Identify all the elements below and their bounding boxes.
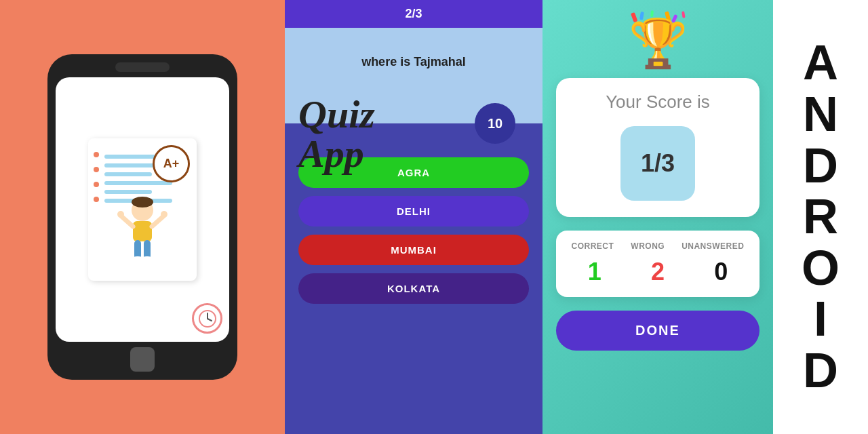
score-value-bubble: 1/3 [620, 126, 695, 201]
android-letter-i: I [814, 294, 827, 345]
svg-point-5 [117, 211, 124, 218]
android-letter-r: R [803, 191, 838, 243]
quiz-answers: AGRA DELHI MUMBAI KOLKATA [285, 123, 542, 317]
answer-kolkata[interactable]: KOLKATA [298, 273, 529, 304]
phone-home-button [130, 347, 155, 372]
phone-notch [115, 62, 170, 72]
right-panel: 🏆 Your Score is 1/3 CORRECT WRONG UNANSW… [542, 0, 773, 434]
left-panel: A+ [0, 0, 285, 434]
answer-delhi[interactable]: DELHI [298, 196, 529, 226]
answer-agra[interactable]: AGRA [298, 157, 529, 188]
trophy-area: 🏆 [624, 10, 692, 71]
unanswered-value: 0 [714, 258, 728, 286]
wrong-value: 2 [651, 258, 665, 286]
svg-rect-7 [134, 240, 141, 259]
android-letter-d: D [803, 140, 838, 192]
answer-mumbai[interactable]: MUMBAI [298, 235, 529, 265]
done-button[interactable]: DONE [556, 311, 760, 351]
paper-line [104, 172, 152, 176]
unanswered-label: UNANSWERED [682, 241, 744, 251]
stats-card: CORRECT WRONG UNANSWERED 1 2 0 [556, 231, 760, 297]
character-illustration [115, 197, 170, 274]
stats-header: CORRECT WRONG UNANSWERED [563, 241, 753, 251]
quiz-question-text: where is Tajmahal [361, 55, 466, 68]
phone-screen: A+ [56, 77, 229, 342]
svg-point-6 [161, 211, 167, 218]
clock-illustration [192, 303, 222, 334]
paper-hole-1 [94, 152, 99, 157]
score-card: Your Score is 1/3 [556, 78, 760, 217]
quiz-progress: 2/3 [405, 7, 422, 20]
paper-line [104, 181, 172, 185]
paper-hole-3 [94, 182, 99, 187]
svg-line-4 [152, 216, 164, 226]
stats-values: 1 2 0 [563, 258, 753, 286]
paper-hole-4 [94, 197, 99, 202]
grade-circle: A+ [153, 145, 190, 182]
android-letter-a: A [803, 37, 838, 89]
phone-frame: A+ [47, 54, 237, 380]
paper-hole-2 [94, 167, 99, 172]
middle-panel: 2/3 where is Tajmahal 10 Quiz App AGRA D… [285, 0, 542, 434]
trophy-icon: 🏆 [629, 16, 688, 71]
quiz-header: 2/3 [285, 0, 542, 28]
correct-value: 1 [588, 258, 601, 286]
android-letter-d2: D [803, 345, 838, 397]
paper-holes [94, 152, 99, 202]
android-letter-o: O [802, 243, 840, 294]
svg-rect-2 [133, 221, 152, 241]
wrong-label: WRONG [631, 241, 665, 251]
svg-point-1 [132, 197, 153, 208]
paper-line [104, 190, 152, 194]
android-text: A N D R O I D [802, 0, 840, 434]
score-title: Your Score is [570, 92, 746, 113]
svg-line-3 [121, 216, 133, 226]
android-panel: A N D R O I D [773, 0, 868, 434]
android-letter-n: N [803, 89, 838, 140]
grade-text: A+ [163, 157, 180, 171]
quiz-timer: 10 [475, 103, 515, 144]
quiz-question-area: where is Tajmahal 10 [285, 28, 542, 123]
svg-rect-8 [144, 240, 151, 259]
grade-paper: A+ [88, 138, 197, 281]
correct-label: CORRECT [571, 241, 614, 251]
svg-point-10 [141, 256, 153, 263]
